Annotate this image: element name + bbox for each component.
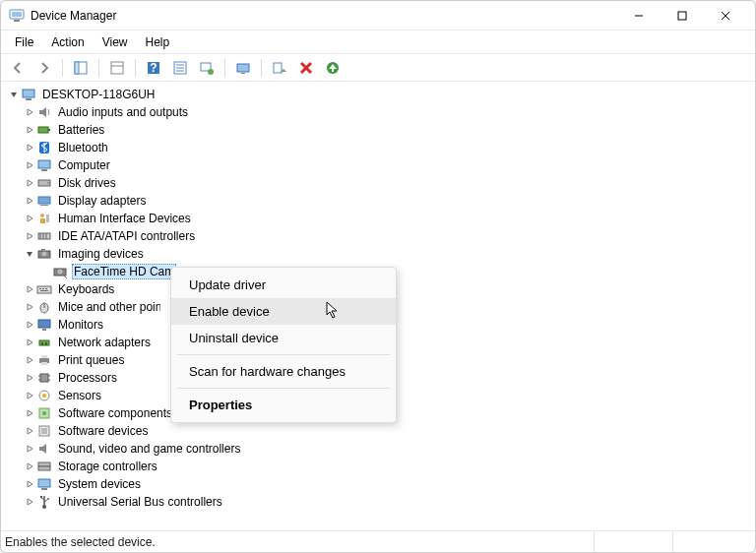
tree-item-imaging[interactable]: Imaging devices (3, 245, 753, 263)
chevron-right-icon[interactable] (23, 282, 36, 296)
svg-point-18 (208, 69, 214, 75)
svg-point-33 (47, 182, 49, 184)
chevron-right-icon[interactable] (23, 477, 36, 491)
chevron-right-icon[interactable] (23, 176, 36, 190)
context-properties[interactable]: Properties (171, 392, 396, 418)
minimize-button[interactable] (617, 2, 661, 30)
chevron-right-icon[interactable] (23, 371, 36, 385)
maximize-button[interactable] (661, 2, 704, 30)
properties-button[interactable] (106, 57, 128, 79)
software-device-icon (36, 423, 52, 439)
tree-label: Processors (56, 370, 119, 386)
chevron-down-icon[interactable] (23, 247, 36, 261)
tree-item-audio[interactable]: Audio inputs and outputs (3, 103, 753, 121)
svg-rect-21 (274, 63, 282, 73)
svg-rect-20 (241, 73, 245, 74)
tree-item-batteries[interactable]: Batteries (3, 121, 753, 139)
forward-button[interactable] (33, 57, 55, 79)
context-uninstall-device[interactable]: Uninstall device (171, 325, 396, 351)
tree-item-computer[interactable]: Computer (3, 156, 753, 174)
chevron-right-icon[interactable] (23, 212, 36, 225)
details-button[interactable] (169, 57, 191, 79)
chevron-right-icon[interactable] (23, 105, 36, 119)
scan-hardware-button[interactable] (196, 57, 218, 79)
svg-rect-57 (39, 340, 49, 345)
context-update-driver[interactable]: Update driver (171, 272, 396, 298)
svg-rect-63 (40, 374, 48, 382)
tree-label: Bluetooth (56, 140, 110, 155)
svg-point-71 (42, 411, 46, 415)
update-driver-button[interactable] (232, 57, 254, 79)
chevron-right-icon[interactable] (23, 123, 36, 137)
tree-label: Sound, video and game controllers (56, 441, 242, 457)
tree-item-storage[interactable]: Storage controllers (3, 458, 753, 475)
context-menu: Update driver Enable device Uninstall de… (170, 267, 397, 423)
chevron-right-icon[interactable] (23, 158, 36, 172)
tree-item-bluetooth[interactable]: Bluetooth (3, 139, 753, 156)
svg-rect-4 (678, 12, 686, 20)
computer-root-icon (21, 87, 36, 102)
show-hide-tree-button[interactable] (70, 57, 92, 79)
ide-icon (36, 228, 52, 244)
tree-label: FaceTime HD Camera (72, 264, 176, 279)
camera-icon (36, 246, 52, 262)
svg-rect-73 (41, 428, 47, 434)
chevron-right-icon[interactable] (23, 194, 36, 208)
software-component-icon (36, 405, 52, 421)
menu-help[interactable]: Help (138, 33, 178, 51)
tree-item-usb[interactable]: Universal Serial Bus controllers (3, 493, 753, 511)
svg-rect-27 (38, 127, 48, 133)
menu-action[interactable]: Action (43, 33, 92, 51)
tree-item-hid[interactable]: Human Interface Devices (3, 210, 753, 227)
menu-view[interactable]: View (94, 33, 136, 51)
close-button[interactable] (704, 2, 747, 30)
tree-item-disk[interactable]: Disk drives (3, 174, 753, 192)
tree-root[interactable]: DESKTOP-118G6UH (3, 86, 753, 103)
svg-rect-25 (23, 90, 34, 97)
svg-rect-9 (111, 62, 123, 74)
chevron-right-icon[interactable] (23, 389, 36, 402)
svg-rect-75 (38, 466, 50, 470)
chevron-right-icon[interactable] (23, 229, 36, 243)
chevron-right-icon[interactable] (23, 300, 36, 314)
mouse-icon (36, 299, 52, 315)
svg-rect-19 (237, 64, 249, 72)
device-manager-icon (9, 8, 25, 24)
tree-item-software-devices[interactable]: Software devices (3, 422, 753, 440)
tree-item-display[interactable]: Display adapters (3, 192, 753, 210)
menu-file[interactable]: File (7, 33, 41, 51)
chevron-right-icon[interactable] (23, 353, 36, 367)
svg-text:?: ? (150, 61, 157, 75)
tree-item-system[interactable]: System devices (3, 475, 753, 493)
computer-icon (36, 157, 52, 173)
processor-icon (36, 370, 52, 386)
context-enable-device[interactable]: Enable device (171, 298, 396, 325)
svg-rect-76 (38, 479, 50, 487)
chevron-right-icon[interactable] (23, 495, 36, 509)
keyboard-icon (36, 281, 52, 297)
svg-rect-51 (45, 288, 47, 289)
chevron-right-icon[interactable] (23, 442, 36, 456)
chevron-right-icon[interactable] (23, 424, 36, 438)
tree-label: Network adapters (56, 335, 153, 350)
chevron-right-icon[interactable] (23, 336, 36, 349)
chevron-right-icon[interactable] (23, 406, 36, 420)
help-button[interactable]: ? (143, 57, 164, 79)
context-scan-hardware[interactable]: Scan for hardware changes (171, 358, 396, 385)
uninstall-device-button[interactable] (295, 57, 317, 79)
chevron-right-icon[interactable] (23, 141, 36, 154)
back-button[interactable] (7, 57, 29, 79)
tree-item-ide[interactable]: IDE ATA/ATAPI controllers (3, 227, 753, 245)
add-legacy-hardware-button[interactable] (322, 57, 344, 79)
enable-device-button[interactable] (269, 57, 290, 79)
chevron-right-icon[interactable] (23, 318, 36, 332)
tree-item-sound[interactable]: Sound, video and game controllers (3, 440, 753, 458)
tree-label: Print queues (56, 352, 126, 368)
menubar: File Action View Help (1, 31, 755, 54)
svg-point-69 (42, 394, 46, 398)
device-tree[interactable]: DESKTOP-118G6UH Audio inputs and outputs… (1, 82, 755, 530)
chevron-right-icon[interactable] (23, 460, 36, 473)
chevron-down-icon[interactable] (7, 88, 21, 101)
svg-rect-62 (41, 362, 47, 365)
tree-label: Universal Serial Bus controllers (56, 494, 224, 510)
